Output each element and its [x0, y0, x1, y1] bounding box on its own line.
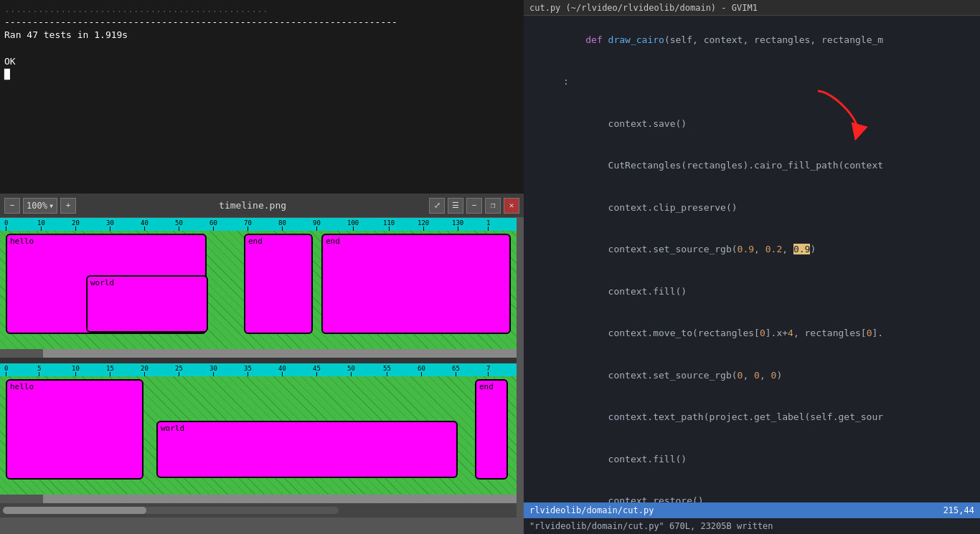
track-bottom: hello world end — [0, 376, 517, 495]
menu-button[interactable]: ☰ — [448, 198, 463, 214]
zoom-control[interactable]: 100% ▾ — [23, 198, 57, 214]
clip-end-bottom-label: end — [476, 381, 496, 393]
vim-content[interactable]: def draw_cairo(self, context, rectangles… — [524, 16, 980, 502]
scrollbar-top[interactable] — [0, 349, 517, 358]
terminal: ........................................… — [0, 0, 524, 194]
terminal-separator: ----------------------------------------… — [4, 16, 519, 29]
scroll-thumb-h — [3, 507, 146, 514]
zoom-chevron: ▾ — [49, 201, 54, 211]
vim-line-5: context.clip_preserve() — [529, 186, 974, 229]
timeline-bottom: 0 5 10 15 20 25 30 35 40 45 50 55 60 65 — [0, 363, 517, 503]
clip-world-bottom-label: world — [158, 422, 187, 434]
vim-filepath: rlvideolib/domain/cut.py — [529, 505, 943, 515]
vim-line-11: context.fill() — [529, 438, 974, 480]
image-viewer: − 100% ▾ + timeline.png ⤢ ☰ − ❐ ✕ — [0, 194, 524, 534]
clip-hello-bottom-label: hello — [7, 381, 37, 393]
ruler-top: 0 10 20 30 40 50 60 70 80 90 100 110 120… — [0, 218, 517, 231]
expand-button[interactable]: ⤢ — [429, 198, 445, 214]
canvas-area[interactable]: 0 10 20 30 40 50 60 70 80 90 100 110 120… — [0, 218, 524, 534]
viewer-toolbar: − 100% ▾ + timeline.png ⤢ ☰ − ❐ ✕ — [0, 194, 524, 218]
minimize-button[interactable]: − — [466, 198, 482, 214]
timeline-top: 0 10 20 30 40 50 60 70 80 90 100 110 120… — [0, 218, 517, 358]
vim-titlebar: cut.py (~/rlvideo/rlvideolib/domain) - G… — [524, 0, 980, 16]
vim-line-6: context.set_source_rgb(0.9, 0.2, 0.9) — [529, 229, 974, 271]
toolbar-right: ⤢ ☰ − ❐ ✕ — [429, 198, 519, 214]
vim-line-9: context.set_source_rgb(0, 0, 0) — [529, 354, 974, 396]
vim-line-2: : — [529, 61, 974, 103]
vim-line-8: context.move_to(rectangles[0].x+4, recta… — [529, 313, 974, 355]
vim-cmdline-text: "rlvideolib/domain/cut.py" 670L, 23205B … — [529, 521, 773, 531]
restore-button[interactable]: ❐ — [485, 198, 501, 214]
vim-line-4: CutRectangles(rectangles).cairo_fill_pat… — [529, 145, 974, 187]
plus-button[interactable]: + — [60, 198, 76, 214]
clip-hello-top-label: hello — [7, 235, 37, 247]
vim-title: cut.py (~/rlvideo/rlvideolib/domain) - G… — [529, 3, 758, 13]
terminal-test-result: Ran 47 tests in 1.919s — [4, 29, 519, 42]
vim-line-3: context.save() — [529, 102, 974, 145]
vim-line-1: def draw_cairo(self, context, rectangles… — [529, 19, 974, 61]
clip-world-top: world — [86, 275, 208, 333]
scrollbar-bottom-thumb — [0, 495, 43, 503]
vim-position: 215,44 — [943, 505, 974, 515]
scroll-track — [3, 507, 339, 514]
clip-end1-top-label: end — [245, 235, 265, 247]
terminal-blank — [4, 42, 519, 55]
clip-world-bottom: world — [156, 421, 458, 478]
close-button[interactable]: ✕ — [504, 198, 519, 214]
viewer-filename: timeline.png — [79, 200, 426, 211]
minus-button[interactable]: − — [4, 198, 20, 214]
bottom-scrollbar[interactable] — [0, 503, 517, 518]
clip-world-top-label: world — [88, 277, 117, 289]
vim-line-7: context.fill() — [529, 270, 974, 313]
scrollbar-top-thumb — [0, 349, 43, 358]
terminal-cursor: █ — [4, 68, 519, 81]
left-panel: ........................................… — [0, 0, 524, 534]
terminal-ok: OK — [4, 55, 519, 68]
ruler-bottom: 0 5 10 15 20 25 30 35 40 45 50 55 60 65 — [0, 363, 517, 376]
vim-line-12: context.restore() — [529, 480, 974, 503]
terminal-dots: ........................................… — [4, 3, 519, 16]
vim-statusbar: rlvideolib/domain/cut.py 215,44 — [524, 502, 980, 518]
scroll-right-area — [341, 507, 514, 514]
section-divider — [0, 358, 517, 363]
scrollbar-bottom[interactable] — [0, 495, 517, 503]
clip-hello-bottom: hello — [6, 379, 143, 480]
track-top: hello world end end — [0, 231, 517, 349]
clip-end-bottom: end — [475, 379, 508, 480]
clip-end2-top-label: end — [323, 235, 343, 247]
right-panel: cut.py (~/rlvideo/rlvideolib/domain) - G… — [524, 0, 980, 534]
clip-end2-top: end — [321, 234, 511, 334]
vim-line-10: context.text_path(project.get_label(self… — [529, 396, 974, 439]
clip-end1-top: end — [244, 234, 313, 334]
vim-cmdline: "rlvideolib/domain/cut.py" 670L, 23205B … — [524, 518, 980, 534]
zoom-value: 100% — [27, 201, 47, 211]
timeline-container: 0 10 20 30 40 50 60 70 80 90 100 110 120… — [0, 218, 517, 518]
